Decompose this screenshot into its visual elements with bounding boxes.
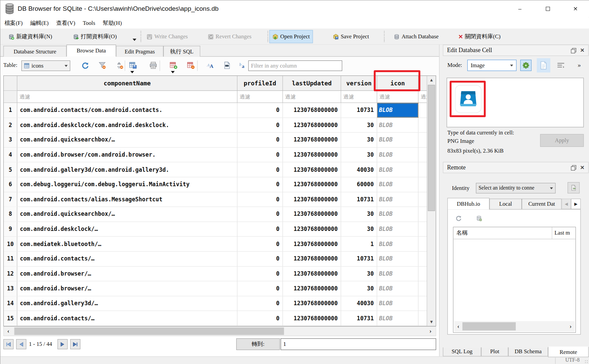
cell-componentName[interactable]: com.android.quicksearchbox/… <box>17 133 237 147</box>
table-row[interactable]: 14com.android.gallery3d/…012307680000004… <box>4 296 436 311</box>
cell-profileId[interactable]: 0 <box>237 296 283 311</box>
maximize-button[interactable] <box>534 0 562 17</box>
tab-browse-data[interactable]: Browse Data <box>67 45 116 57</box>
cell-version[interactable]: 60000 <box>341 177 377 192</box>
cell-lastUpdated[interactable]: 1230768000000 <box>283 133 341 147</box>
cell-componentName[interactable]: com.android.gallery3d/… <box>17 296 237 311</box>
cell-componentName[interactable]: com.debug.loggerui/com.debug.loggerui.Ma… <box>17 177 237 192</box>
table-row[interactable]: 12com.android.browser/…0123076800000030B… <box>4 267 436 281</box>
previous-page-button[interactable] <box>16 339 26 349</box>
clone-database-button[interactable] <box>475 214 483 223</box>
encoding-status[interactable]: UTF-8 <box>565 357 580 363</box>
cell-componentName[interactable]: com.android.contacts/… <box>17 252 237 266</box>
cell-version[interactable]: 30 <box>341 222 377 236</box>
goto-record-input[interactable] <box>281 338 436 350</box>
filter-input-version[interactable]: 過濾 <box>341 91 377 103</box>
cell-componentName[interactable]: com.mediatek.bluetooth/… <box>17 237 237 251</box>
close-button[interactable]: ✕ <box>561 0 589 17</box>
scroll-up-icon[interactable]: ▲ <box>427 76 436 84</box>
row-number[interactable]: 12 <box>4 267 17 281</box>
cell-version[interactable]: 40030 <box>341 296 377 311</box>
dock-tab-sql-log[interactable]: SQL Log <box>443 348 481 357</box>
save-results-button[interactable] <box>128 60 138 70</box>
cell-componentName[interactable]: com.android.browser/… <box>17 267 237 281</box>
revert-changes-button[interactable]: Revert Changes <box>205 30 254 43</box>
column-header-componentName[interactable]: componentName <box>17 76 237 91</box>
cell-version[interactable]: 10731 <box>341 192 377 207</box>
cell-lastUpdated[interactable]: 1230768000000 <box>283 252 341 266</box>
column-header-gutter[interactable] <box>4 76 17 91</box>
cell-icon[interactable]: BLOB <box>377 222 419 236</box>
refresh-button[interactable] <box>80 60 90 70</box>
table-row[interactable]: 11com.android.contacts/…0123076800000010… <box>4 252 436 267</box>
column-header-version[interactable]: version <box>341 76 377 91</box>
table-row[interactable]: 10com.mediatek.bluetooth/…01230768000000… <box>4 237 436 251</box>
toolbar-overflow-button[interactable]: » <box>574 60 584 71</box>
cell-profileId[interactable]: 0 <box>237 237 283 251</box>
open-database-button[interactable]: 打開資料庫(O) <box>70 30 119 43</box>
horizontal-scrollbar-thumb[interactable] <box>14 327 284 335</box>
open-database-dropdown-icon[interactable] <box>132 39 136 41</box>
mode-select[interactable]: Image <box>467 60 516 71</box>
cell-lastUpdated[interactable]: 1230768000000 <box>283 296 341 311</box>
cell-componentName[interactable]: com.android.contacts/com.android.contact… <box>17 103 237 117</box>
row-number[interactable]: 14 <box>4 296 17 311</box>
open-project-button[interactable]: Open Project <box>269 30 313 43</box>
table-row[interactable]: 8com.android.quicksearchbox/…01230768000… <box>4 207 436 222</box>
word-wrap-button[interactable] <box>556 60 566 70</box>
panel-splitter[interactable] <box>439 45 442 356</box>
scroll-right-icon[interactable]: › <box>426 327 435 336</box>
filter-input-icon[interactable]: 過濾 <box>377 91 419 103</box>
close-dock-icon[interactable]: ✕ <box>580 47 584 53</box>
cell-profileId[interactable]: 0 <box>237 162 283 177</box>
cell-componentName[interactable]: com.android.deskclock/… <box>17 222 237 236</box>
cell-profileId[interactable]: 0 <box>237 281 283 296</box>
horizontal-scrollbar[interactable]: ‹ › <box>3 326 436 336</box>
cell-lastUpdated[interactable]: 1230768000000 <box>283 118 341 132</box>
text-mode-button[interactable] <box>537 58 550 72</box>
cell-version[interactable]: 30 <box>341 207 377 221</box>
tab-database-structure[interactable]: Database Structure <box>3 46 67 56</box>
cell-profileId[interactable]: 0 <box>237 177 283 192</box>
cell-lastUpdated[interactable]: 1230768000000 <box>283 311 341 326</box>
cell-lastUpdated[interactable]: 1230768000000 <box>283 192 341 207</box>
insert-record-dropdown-icon[interactable] <box>171 71 174 73</box>
encoding-button[interactable]: ba <box>238 60 247 70</box>
menu-item-tools[interactable]: Tools <box>79 17 99 29</box>
cell-version[interactable]: 30 <box>341 118 377 132</box>
import-certificate-button[interactable] <box>567 182 580 194</box>
cell-icon[interactable]: BLOB <box>377 133 419 147</box>
cell-version[interactable]: 30 <box>341 281 377 296</box>
column-header-lastUpdated[interactable]: lastUpdated <box>283 76 341 91</box>
cell-componentName[interactable]: com.android.contacts/alias.MessageShortc… <box>17 192 237 207</box>
column-header-last-modified[interactable]: Last m <box>552 230 576 236</box>
cell-version[interactable]: 30 <box>341 267 377 281</box>
cell-componentName[interactable]: com.android.gallery3d/com.android.galler… <box>17 162 237 177</box>
cell-profileId[interactable]: 0 <box>237 267 283 281</box>
new-database-button[interactable]: 新建資料庫(N) <box>6 30 55 43</box>
row-number[interactable]: 10 <box>4 237 17 251</box>
table-row[interactable]: 1com.android.contacts/com.android.contac… <box>4 103 436 118</box>
remote-tab-current-database[interactable]: Current Dat <box>522 199 561 209</box>
table-row[interactable]: 15com.android.contacts/…0123076800000010… <box>4 311 436 326</box>
cell-version[interactable]: 10731 <box>341 311 377 326</box>
row-number[interactable]: 8 <box>4 207 17 221</box>
cell-version[interactable]: 30 <box>341 133 377 147</box>
vertical-scrollbar[interactable]: ▲ ▼ <box>427 76 436 326</box>
float-dock-icon[interactable] <box>571 165 576 170</box>
first-page-button[interactable] <box>3 339 13 349</box>
cell-lastUpdated[interactable]: 1230768000000 <box>283 148 341 162</box>
menu-item-edit[interactable]: 編輯(E) <box>27 17 52 29</box>
cell-version[interactable]: 40030 <box>341 162 377 177</box>
cell-lastUpdated[interactable]: 1230768000000 <box>283 222 341 236</box>
row-number[interactable]: 7 <box>4 192 17 207</box>
cell-profileId[interactable]: 0 <box>237 148 283 162</box>
cell-lastUpdated[interactable]: 1230768000000 <box>283 207 341 221</box>
cell-version[interactable]: 30 <box>341 148 377 162</box>
cell-lastUpdated[interactable]: 1230768000000 <box>283 103 341 117</box>
cell-componentName[interactable]: com.android.browser/com.android.browser. <box>17 148 237 162</box>
tab-scroll-left-icon[interactable]: ◀ <box>561 199 571 209</box>
table-row[interactable]: 3com.android.quicksearchbox/…01230768000… <box>4 133 436 148</box>
cell-lastUpdated[interactable]: 1230768000000 <box>283 177 341 192</box>
float-dock-icon[interactable] <box>571 48 576 52</box>
